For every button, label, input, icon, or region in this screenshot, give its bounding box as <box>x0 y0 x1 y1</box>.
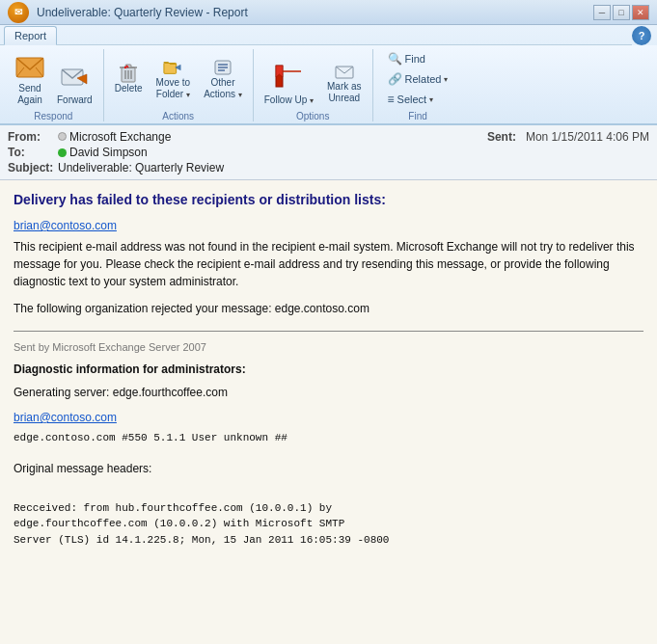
related-label: Related <box>405 73 442 85</box>
ribbon-group-options: Follow Up ▾ Mark as Unread Options <box>254 49 373 121</box>
related-arrow: ▾ <box>444 75 448 84</box>
mark-as-unread-button[interactable]: Mark as Unread <box>322 61 367 107</box>
delete-button[interactable]: Delete <box>110 61 148 97</box>
respond-label: Respond <box>34 111 72 121</box>
title-bar: ✉ Undeliverable: Quarterly Review - Repo… <box>0 0 657 25</box>
email-body-container: Delivery has failed to these recipients … <box>0 180 657 644</box>
email-body[interactable]: Delivery has failed to these recipients … <box>0 180 657 644</box>
body-paragraph2: The following organization rejected your… <box>14 300 643 317</box>
respond-buttons: Send Again Forward <box>10 49 97 109</box>
server-info: Sent by Microsoft Exchange Server 2007 <box>14 341 643 353</box>
ribbon-group-actions: Delete Move to Folder ▾ <box>104 49 254 121</box>
subject-row: Subject: Undeliverable: Quarterly Review <box>8 160 649 175</box>
to-row: To: David Simpson <box>8 145 649 160</box>
find-label-group: Find <box>408 111 426 121</box>
svg-rect-13 <box>164 63 177 73</box>
recipient-email-link2[interactable]: brian@contoso.com <box>14 411 643 424</box>
move-to-folder-button[interactable]: Move to Folder ▾ <box>151 55 196 103</box>
to-status-icon <box>58 148 67 157</box>
app-icon: ✉ <box>8 2 29 23</box>
send-again-icon <box>14 52 45 83</box>
orig-headers: Original message headers: <box>14 460 643 477</box>
delete-icon <box>119 64 138 83</box>
ribbon-group-find: 🔍 Find 🔗 Related ▾ ≡ Select ▾ Find <box>373 49 463 121</box>
actions-label: Actions <box>162 111 194 121</box>
gen-server: Generating server: edge.fourthcoffee.com <box>14 384 643 401</box>
title-bar-controls: ─ □ ✕ <box>593 5 649 20</box>
body-divider <box>14 331 643 332</box>
from-status-icon <box>58 132 67 141</box>
options-buttons: Follow Up ▾ Mark as Unread <box>260 49 367 109</box>
forward-label: Forward <box>57 94 93 106</box>
follow-up-button[interactable]: Follow Up ▾ <box>260 61 318 109</box>
find-group-items: 🔍 Find 🔗 Related ▾ ≡ Select ▾ <box>379 49 457 109</box>
from-row: From: Microsoft Exchange Sent: Mon 1/15/… <box>8 129 649 145</box>
mark-as-unread-icon <box>335 64 354 81</box>
maximize-button[interactable]: □ <box>613 5 630 20</box>
ribbon-tabs: Report <box>0 25 632 45</box>
forward-icon <box>59 64 90 94</box>
options-label: Options <box>296 111 329 121</box>
find-icon: 🔍 <box>388 52 402 66</box>
sent-label: Sent: <box>487 130 516 144</box>
delivery-failed-heading: Delivery has failed to these recipients … <box>14 192 643 207</box>
title-bar-left: ✉ Undeliverable: Quarterly Review - Repo… <box>8 2 248 23</box>
send-again-label: Send Again <box>17 83 42 106</box>
other-actions-icon <box>213 58 233 77</box>
minimize-button[interactable]: ─ <box>593 5 611 20</box>
actions-buttons: Delete Move to Folder ▾ <box>110 49 247 109</box>
close-button[interactable]: ✕ <box>632 5 649 20</box>
window-title: Undeliverable: Quarterly Review - Report <box>37 6 248 19</box>
move-to-folder-label: Move to Folder ▾ <box>156 77 191 100</box>
to-value: David Simpson <box>69 146 148 159</box>
other-actions-button[interactable]: Other Actions ▾ <box>199 55 247 103</box>
delete-label: Delete <box>115 83 143 94</box>
subject-label: Subject: <box>8 161 58 174</box>
move-to-folder-icon <box>163 58 182 77</box>
select-label: Select <box>397 94 427 105</box>
related-icon: 🔗 <box>388 72 402 86</box>
mark-as-unread-label: Mark as Unread <box>327 81 362 104</box>
forward-button[interactable]: Forward <box>52 61 97 109</box>
find-button[interactable]: 🔍 Find <box>383 50 430 67</box>
received-line2: edge.fourthcoffee.com (10.0.0.2) with Mi… <box>14 516 643 532</box>
ribbon-group-respond: Send Again Forward Respond <box>4 49 104 121</box>
follow-up-icon <box>273 64 304 94</box>
from-label: From: <box>8 130 58 144</box>
related-button[interactable]: 🔗 Related ▾ <box>383 70 453 88</box>
sent-value: Mon 1/15/2011 4:06 PM <box>526 130 649 144</box>
find-label: Find <box>405 53 425 65</box>
subject-value: Undeliverable: Quarterly Review <box>58 161 224 174</box>
to-label: To: <box>8 146 58 159</box>
select-arrow: ▾ <box>429 95 433 104</box>
error-line: edge.contoso.com #550 5.1.1 User unknown… <box>14 430 643 446</box>
other-actions-label: Other Actions ▾ <box>204 77 242 100</box>
from-offline-dot <box>58 130 69 144</box>
ribbon-tabs-row: Report ? <box>0 25 657 45</box>
received-line1: Recceived: from hub.fourthcoffee.com (10… <box>14 500 643 517</box>
select-icon: ≡ <box>388 93 395 106</box>
send-again-button[interactable]: Send Again <box>10 49 50 109</box>
select-button[interactable]: ≡ Select ▾ <box>383 91 439 108</box>
ribbon-content: Send Again Forward Respond <box>0 45 657 123</box>
follow-up-label: Follow Up ▾ <box>264 94 314 106</box>
body-paragraph1: This recipient e-mail address was not fo… <box>14 238 643 290</box>
tab-report[interactable]: Report <box>4 26 57 45</box>
from-value: Microsoft Exchange <box>69 130 171 144</box>
received-line3: Server (TLS) id 14.1.225.8; Mon, 15 Jan … <box>14 532 643 549</box>
help-button[interactable]: ? <box>632 26 651 45</box>
sent-area: Sent: Mon 1/15/2011 4:06 PM <box>487 130 649 144</box>
ribbon: Report ? Send Again <box>0 25 657 125</box>
diag-heading: Diagnostic information for administrator… <box>14 362 643 376</box>
email-header: From: Microsoft Exchange Sent: Mon 1/15/… <box>0 125 657 180</box>
recipient-email-link[interactable]: brian@contoso.com <box>14 219 643 232</box>
